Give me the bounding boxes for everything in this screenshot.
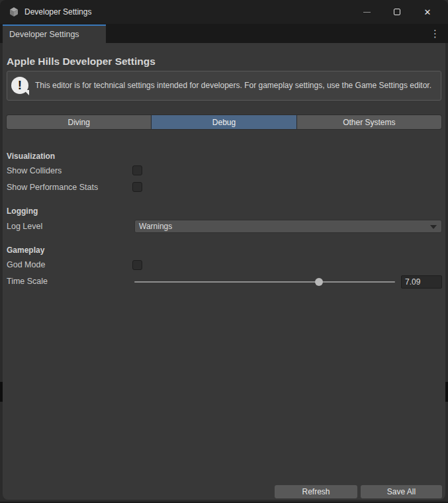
editor-tabstrip: Developer Settings ⋮ — [0, 24, 448, 43]
show-performance-stats-label: Show Performance Stats — [7, 183, 98, 192]
tab-developer-settings[interactable]: Developer Settings — [3, 24, 106, 43]
show-colliders-checkbox[interactable] — [132, 165, 142, 175]
time-scale-slider[interactable] — [134, 277, 395, 287]
tab-other-systems[interactable]: Other Systems — [297, 115, 441, 129]
time-scale-value-field[interactable]: 7.09 — [401, 275, 442, 289]
refresh-button-label: Refresh — [302, 487, 330, 496]
section-gameplay: Gameplay — [7, 246, 44, 255]
helpbox-text: This editor is for technical settings in… — [35, 81, 431, 91]
window-controls: ✕ — [351, 0, 443, 24]
unity-logo-icon — [9, 7, 19, 17]
minimize-icon — [363, 12, 371, 13]
tab-debug-label: Debug — [212, 118, 236, 127]
kebab-menu-icon: ⋮ — [430, 28, 440, 39]
show-performance-stats-checkbox[interactable] — [132, 182, 142, 192]
god-mode-checkbox[interactable] — [132, 260, 142, 270]
time-scale-value: 7.09 — [405, 277, 420, 287]
time-scale-slider-thumb[interactable] — [315, 278, 323, 286]
time-scale-slider-track[interactable] — [134, 281, 395, 283]
maximize-icon — [394, 9, 400, 15]
log-level-label: Log Level — [7, 222, 42, 231]
section-logging: Logging — [7, 206, 38, 216]
minimize-button[interactable] — [351, 0, 382, 24]
window-title: Developer Settings — [24, 7, 91, 17]
refresh-button[interactable]: Refresh — [275, 485, 357, 498]
tab-diving-label: Diving — [67, 118, 89, 127]
close-button[interactable]: ✕ — [412, 0, 443, 24]
titlebar: Developer Settings ✕ — [0, 0, 448, 24]
category-toolbar: Diving Debug Other Systems — [7, 115, 441, 129]
section-visualization: Visualization — [7, 152, 55, 161]
chevron-down-icon — [430, 225, 437, 229]
right-edge-notch — [445, 382, 448, 402]
content-panel — [3, 43, 445, 500]
maximize-button[interactable] — [382, 0, 412, 24]
developer-settings-window: Developer Settings ✕ Developer Settings … — [0, 0, 448, 503]
tab-other-systems-label: Other Systems — [343, 118, 395, 127]
time-scale-label: Time Scale — [7, 277, 48, 286]
save-all-button[interactable]: Save All — [361, 485, 442, 498]
log-level-dropdown[interactable]: Warnings — [134, 220, 442, 233]
log-level-value: Warnings — [139, 222, 172, 231]
close-icon: ✕ — [424, 8, 431, 17]
show-colliders-label: Show Colliders — [7, 166, 62, 175]
tab-diving[interactable]: Diving — [7, 115, 151, 129]
save-all-button-label: Save All — [387, 487, 416, 496]
warning-info-icon: ! — [11, 77, 29, 95]
helpbox: ! This editor is for technical settings … — [7, 71, 441, 101]
editor-tab-label: Developer Settings — [9, 30, 79, 39]
tab-debug[interactable]: Debug — [152, 115, 296, 129]
page-title: Apple Hills Developer Settings — [7, 56, 156, 68]
tab-menu-button[interactable]: ⋮ — [430, 24, 440, 43]
left-edge-notch — [0, 382, 3, 402]
god-mode-label: God Mode — [7, 260, 45, 269]
